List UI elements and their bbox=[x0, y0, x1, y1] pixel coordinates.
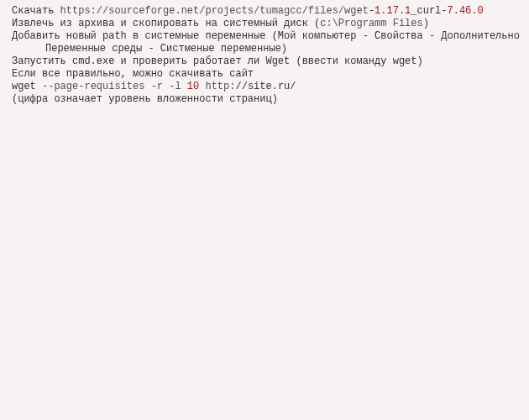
cmd-name: wget bbox=[12, 81, 42, 92]
mid-text: _curl bbox=[411, 5, 441, 17]
version-number: 1.17.1 bbox=[374, 5, 411, 17]
version-number: 7.46.0 bbox=[448, 5, 484, 17]
url-text: https://sourceforge.net/projects/tumagcc… bbox=[60, 5, 369, 17]
line-7: wget --page-requisites -r -l 10 http://s… bbox=[12, 81, 517, 93]
text-pre: Извлечь из архива и скопировать на систе… bbox=[12, 18, 314, 29]
cmd-flag: -r bbox=[151, 81, 163, 92]
line-3: Добавить новый path в системные переменн… bbox=[12, 30, 517, 43]
sp bbox=[144, 81, 150, 92]
line-4: Переменные среды - Систменые переменные) bbox=[12, 43, 517, 55]
line-6: Если все правильно, можно скачивать сайт bbox=[12, 68, 517, 81]
cmd-flag: --page-requisites bbox=[42, 81, 144, 92]
url-rest: //site.ru/ bbox=[235, 81, 296, 92]
path-text: c:\Programm Files bbox=[320, 18, 422, 29]
paren: ) bbox=[423, 18, 429, 29]
line-1: Скачать https://sourceforge.net/projects… bbox=[12, 5, 517, 18]
sp bbox=[181, 81, 187, 92]
line-8: (цифра означает уровень вложенности стра… bbox=[12, 93, 517, 106]
dash: - bbox=[369, 5, 374, 17]
line-2: Извлечь из архива и скопировать на систе… bbox=[12, 18, 517, 30]
url-protocol: http: bbox=[205, 81, 235, 92]
number-value: 10 bbox=[187, 81, 199, 92]
cmd-flag: -l bbox=[169, 81, 181, 92]
text-pre: Скачать bbox=[12, 5, 60, 17]
dash: - bbox=[441, 5, 447, 17]
line-5: Запустить cmd.exe и проверить работает л… bbox=[12, 55, 517, 68]
